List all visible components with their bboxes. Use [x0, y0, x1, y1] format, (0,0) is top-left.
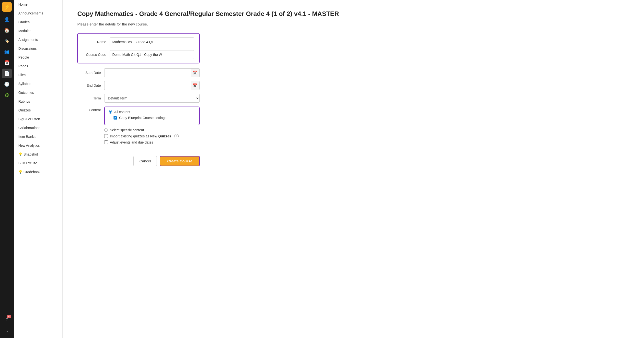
bulb-icon: 💡: [18, 152, 22, 156]
end-date-input-group: 📅: [104, 81, 200, 90]
help-icon[interactable]: ?: [174, 134, 178, 138]
sidebar-item-outcomes[interactable]: Outcomes: [14, 88, 62, 97]
adjust-dates-checkbox[interactable]: [104, 140, 108, 144]
create-course-button[interactable]: Create Course: [160, 156, 200, 166]
start-date-input-group: 📅: [104, 68, 200, 77]
page-subtitle: Please enter the details for the new cou…: [77, 22, 629, 26]
sidebar-item-modules[interactable]: Modules: [14, 27, 62, 35]
start-date-input[interactable]: [104, 68, 191, 77]
start-date-calendar-button[interactable]: 📅: [191, 68, 200, 77]
term-row: Term Default Term: [77, 94, 200, 103]
name-input[interactable]: [110, 38, 194, 46]
sidebar-item-files[interactable]: Files 👁: [14, 71, 62, 79]
content-row: Content All content Copy Blueprint Cours…: [77, 107, 200, 146]
sidebar-item-label: Discussions: [18, 47, 37, 51]
sidebar-item-label: Snapshot: [24, 152, 38, 156]
end-date-calendar-button[interactable]: 📅: [191, 81, 200, 90]
sidebar-item-label: Item Banks: [18, 135, 36, 139]
sidebar-item-label: Home: [18, 3, 28, 6]
sidebar-item-collaborations[interactable]: Collaborations 👁: [14, 123, 62, 132]
sidebar-item-bulkexcuse[interactable]: Bulk Excuse: [14, 159, 62, 168]
code-label: Course Code: [83, 53, 110, 57]
sidebar-item-rubrics[interactable]: Rubrics: [14, 97, 62, 106]
global-nav-dashboard[interactable]: 🏠: [2, 26, 12, 35]
sidebar-item-pages[interactable]: Pages: [14, 62, 62, 71]
global-nav-courses[interactable]: 🏷️: [2, 36, 12, 46]
sidebar-item-grades[interactable]: Grades: [14, 18, 62, 27]
sidebar-item-label: Files: [18, 73, 26, 77]
new-quizzes-checkbox[interactable]: [104, 134, 108, 138]
name-label: Name: [83, 40, 110, 44]
global-nav-inbox[interactable]: 📄: [2, 69, 12, 78]
end-date-input[interactable]: [104, 81, 191, 90]
end-date-label: End Date: [77, 84, 104, 87]
sidebar-item-gradebook[interactable]: 💡 Gradebook: [14, 168, 62, 176]
global-nav-help[interactable]: ? 10: [2, 314, 12, 324]
sidebar-item-home[interactable]: Home: [14, 0, 62, 9]
sidebar-item-itembanks[interactable]: Item Banks: [14, 132, 62, 141]
global-nav-history[interactable]: 🕐: [2, 79, 12, 89]
blueprint-checkbox[interactable]: [114, 116, 117, 120]
term-select[interactable]: Default Term: [104, 94, 200, 103]
global-nav-logo[interactable]: ⚡: [2, 2, 12, 12]
global-nav-commons[interactable]: ♻️: [2, 90, 12, 100]
adjust-dates-label: Adjust events and due dates: [110, 140, 153, 144]
all-content-radio[interactable]: [109, 110, 112, 114]
sidebar-item-label: Collaborations: [18, 126, 40, 130]
select-specific-option[interactable]: Select specific content: [104, 128, 200, 132]
sidebar-item-syllabus[interactable]: Syllabus 👁: [14, 79, 62, 88]
content-label: Content: [77, 107, 104, 112]
sidebar-item-quizzes[interactable]: Quizzes 👁: [14, 106, 62, 115]
sidebar-item-label: New Analytics: [18, 144, 40, 147]
sidebar-item-discussions[interactable]: Discussions 👁: [14, 44, 62, 53]
sidebar-item-newanalytics[interactable]: New Analytics: [14, 141, 62, 150]
content-options: All content Copy Blueprint Course settin…: [104, 107, 200, 146]
select-specific-radio[interactable]: [104, 128, 108, 132]
new-quizzes-option[interactable]: Import existing quizzes as New Quizzes ?: [104, 134, 200, 138]
name-coursecode-section: Name Course Code: [77, 33, 200, 64]
global-nav-calendar[interactable]: 📅: [2, 58, 12, 68]
copy-course-form: Name Course Code Start Date 📅 End Date: [77, 33, 200, 176]
global-nav-account[interactable]: 👤: [2, 15, 12, 25]
term-label: Term: [77, 96, 104, 100]
sidebar-item-label: Pages: [18, 64, 28, 68]
code-row: Course Code: [83, 50, 194, 59]
page-title: Copy Mathematics - Grade 4 General/Regul…: [77, 10, 629, 18]
sidebar-item-label: Announcements: [18, 11, 43, 15]
blueprint-label: Copy Blueprint Course settings: [119, 116, 166, 120]
sidebar-item-label: Bulk Excuse: [18, 161, 37, 165]
cancel-button[interactable]: Cancel: [133, 156, 157, 166]
sidebar-item-label: Assignments: [18, 38, 38, 42]
main-content: Copy Mathematics - Grade 4 General/Regul…: [63, 0, 644, 338]
sidebar-item-assignments[interactable]: Assignments 👁: [14, 35, 62, 44]
sidebar-item-announcements[interactable]: Announcements 👁: [14, 9, 62, 18]
blueprint-option[interactable]: Copy Blueprint Course settings: [114, 116, 195, 120]
course-nav: Home Announcements 👁 Grades Modules Assi…: [14, 0, 63, 338]
start-date-row: Start Date 📅: [77, 68, 200, 77]
bulb-icon: 💡: [18, 170, 22, 174]
sidebar-item-label: Outcomes: [18, 91, 34, 95]
calendar-icon: 📅: [193, 83, 198, 88]
code-input[interactable]: [110, 50, 194, 59]
content-highlighted-box: All content Copy Blueprint Course settin…: [104, 107, 200, 125]
global-nav-groups[interactable]: 👥: [2, 47, 12, 57]
sidebar-item-label: Modules: [18, 29, 31, 33]
calendar-icon: 📅: [193, 71, 198, 75]
select-specific-label: Select specific content: [110, 128, 144, 132]
sidebar-item-label: Rubrics: [18, 99, 30, 103]
button-row: Cancel Create Course: [77, 156, 200, 176]
help-badge: 10: [7, 315, 11, 318]
start-date-label: Start Date: [77, 71, 104, 75]
global-nav-collapse[interactable]: →: [2, 326, 12, 336]
sidebar-item-label: BigBlueButton: [18, 117, 40, 121]
adjust-dates-option[interactable]: Adjust events and due dates: [104, 140, 200, 144]
new-quizzes-label: Import existing quizzes as New Quizzes: [110, 134, 171, 138]
sidebar-item-label: Quizzes: [18, 108, 31, 112]
sidebar-item-people[interactable]: People 👁: [14, 53, 62, 62]
all-content-option[interactable]: All content: [109, 110, 195, 114]
sidebar-item-snapshot[interactable]: 💡 Snapshot: [14, 150, 62, 159]
global-nav: ⚡ 👤 🏠 🏷️ 👥 📅 📄 🕐 ♻️ ? 10 →: [0, 0, 14, 338]
sidebar-item-bigbluebutton[interactable]: BigBlueButton 👁: [14, 115, 62, 123]
sidebar-item-label: Grades: [18, 20, 30, 24]
sidebar-item-label: Gradebook: [24, 170, 40, 174]
